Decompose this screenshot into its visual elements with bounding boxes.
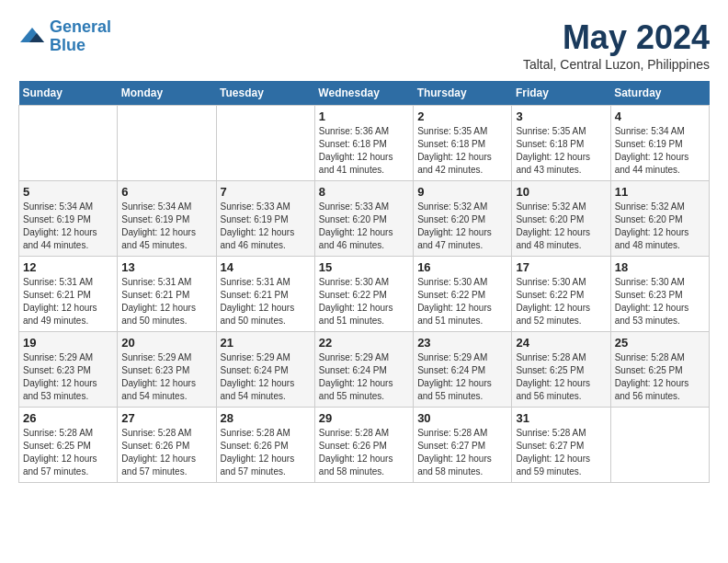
day-info: Sunrise: 5:32 AM Sunset: 6:20 PM Dayligh… (516, 201, 606, 252)
calendar-week-5: 26Sunrise: 5:28 AM Sunset: 6:25 PM Dayli… (19, 408, 710, 483)
calendar-cell: 13Sunrise: 5:31 AM Sunset: 6:21 PM Dayli… (118, 257, 216, 332)
day-number: 9 (417, 185, 507, 199)
day-number: 12 (23, 260, 113, 274)
day-number: 22 (319, 336, 409, 350)
day-info: Sunrise: 5:28 AM Sunset: 6:26 PM Dayligh… (319, 427, 409, 478)
calendar-cell: 8Sunrise: 5:33 AM Sunset: 6:20 PM Daylig… (314, 181, 413, 257)
day-number: 25 (615, 336, 705, 350)
day-number: 16 (417, 260, 507, 274)
day-info: Sunrise: 5:33 AM Sunset: 6:20 PM Dayligh… (319, 201, 409, 252)
day-info: Sunrise: 5:36 AM Sunset: 6:18 PM Dayligh… (319, 125, 409, 177)
day-number: 7 (221, 185, 311, 199)
day-number: 19 (23, 336, 113, 350)
calendar-cell: 20Sunrise: 5:29 AM Sunset: 6:23 PM Dayli… (118, 332, 216, 408)
weekday-header-monday: Monday (118, 81, 216, 106)
calendar-week-2: 5Sunrise: 5:34 AM Sunset: 6:19 PM Daylig… (19, 181, 710, 257)
calendar-cell: 6Sunrise: 5:34 AM Sunset: 6:19 PM Daylig… (118, 181, 216, 257)
day-info: Sunrise: 5:28 AM Sunset: 6:25 PM Dayligh… (23, 427, 113, 478)
day-info: Sunrise: 5:31 AM Sunset: 6:21 PM Dayligh… (221, 276, 311, 327)
day-info: Sunrise: 5:29 AM Sunset: 6:23 PM Dayligh… (23, 351, 113, 403)
calendar-header: SundayMondayTuesdayWednesdayThursdayFrid… (19, 81, 710, 106)
calendar-cell: 15Sunrise: 5:30 AM Sunset: 6:22 PM Dayli… (314, 257, 413, 332)
calendar-cell (19, 106, 118, 181)
calendar-cell: 28Sunrise: 5:28 AM Sunset: 6:26 PM Dayli… (216, 408, 314, 483)
calendar-cell: 31Sunrise: 5:28 AM Sunset: 6:27 PM Dayli… (512, 408, 610, 483)
calendar-cell: 21Sunrise: 5:29 AM Sunset: 6:24 PM Dayli… (216, 332, 314, 408)
day-number: 5 (23, 185, 113, 199)
weekday-header-wednesday: Wednesday (314, 81, 413, 106)
day-number: 24 (516, 336, 606, 350)
logo-text: General Blue (50, 18, 111, 55)
calendar-week-1: 1Sunrise: 5:36 AM Sunset: 6:18 PM Daylig… (19, 106, 710, 181)
day-number: 26 (23, 411, 113, 425)
weekday-header-sunday: Sunday (19, 81, 118, 106)
day-number: 11 (615, 185, 705, 199)
day-number: 8 (319, 185, 409, 199)
day-info: Sunrise: 5:29 AM Sunset: 6:24 PM Dayligh… (417, 351, 507, 403)
calendar-cell: 1Sunrise: 5:36 AM Sunset: 6:18 PM Daylig… (314, 106, 413, 181)
weekday-header-saturday: Saturday (610, 81, 709, 106)
calendar-cell: 9Sunrise: 5:32 AM Sunset: 6:20 PM Daylig… (414, 181, 512, 257)
calendar-cell: 7Sunrise: 5:33 AM Sunset: 6:19 PM Daylig… (216, 181, 314, 257)
day-number: 27 (121, 411, 211, 425)
day-info: Sunrise: 5:28 AM Sunset: 6:25 PM Dayligh… (615, 351, 705, 403)
calendar-cell: 19Sunrise: 5:29 AM Sunset: 6:23 PM Dayli… (19, 332, 118, 408)
day-info: Sunrise: 5:28 AM Sunset: 6:26 PM Dayligh… (121, 427, 211, 478)
calendar-cell: 4Sunrise: 5:34 AM Sunset: 6:19 PM Daylig… (610, 106, 709, 181)
weekday-row: SundayMondayTuesdayWednesdayThursdayFrid… (19, 81, 710, 106)
day-info: Sunrise: 5:29 AM Sunset: 6:24 PM Dayligh… (221, 351, 311, 403)
calendar-cell: 29Sunrise: 5:28 AM Sunset: 6:26 PM Dayli… (314, 408, 413, 483)
calendar-week-4: 19Sunrise: 5:29 AM Sunset: 6:23 PM Dayli… (19, 332, 710, 408)
day-number: 30 (417, 411, 507, 425)
day-number: 29 (319, 411, 409, 425)
day-info: Sunrise: 5:29 AM Sunset: 6:24 PM Dayligh… (319, 351, 409, 403)
calendar-cell: 10Sunrise: 5:32 AM Sunset: 6:20 PM Dayli… (512, 181, 610, 257)
day-number: 4 (615, 109, 705, 123)
day-info: Sunrise: 5:31 AM Sunset: 6:21 PM Dayligh… (23, 276, 113, 327)
weekday-header-thursday: Thursday (414, 81, 512, 106)
calendar-cell: 11Sunrise: 5:32 AM Sunset: 6:20 PM Dayli… (610, 181, 709, 257)
day-info: Sunrise: 5:29 AM Sunset: 6:23 PM Dayligh… (121, 351, 211, 403)
calendar-cell: 23Sunrise: 5:29 AM Sunset: 6:24 PM Dayli… (414, 332, 512, 408)
day-number: 3 (516, 109, 606, 123)
day-info: Sunrise: 5:30 AM Sunset: 6:22 PM Dayligh… (319, 276, 409, 327)
day-number: 20 (121, 336, 211, 350)
day-info: Sunrise: 5:28 AM Sunset: 6:26 PM Dayligh… (221, 427, 311, 478)
logo: General Blue (18, 18, 111, 55)
day-number: 2 (417, 109, 507, 123)
day-number: 28 (221, 411, 311, 425)
day-number: 10 (516, 185, 606, 199)
calendar-cell: 27Sunrise: 5:28 AM Sunset: 6:26 PM Dayli… (118, 408, 216, 483)
day-info: Sunrise: 5:34 AM Sunset: 6:19 PM Dayligh… (23, 201, 113, 252)
day-info: Sunrise: 5:33 AM Sunset: 6:19 PM Dayligh… (221, 201, 311, 252)
day-info: Sunrise: 5:30 AM Sunset: 6:22 PM Dayligh… (417, 276, 507, 327)
calendar-body: 1Sunrise: 5:36 AM Sunset: 6:18 PM Daylig… (19, 106, 710, 483)
subtitle: Taltal, Central Luzon, Philippines (523, 57, 710, 72)
title-block: May 2024 Taltal, Central Luzon, Philippi… (523, 18, 710, 72)
day-number: 13 (121, 260, 211, 274)
day-info: Sunrise: 5:30 AM Sunset: 6:22 PM Dayligh… (516, 276, 606, 327)
day-number: 31 (516, 411, 606, 425)
main-title: May 2024 (523, 18, 710, 57)
day-info: Sunrise: 5:32 AM Sunset: 6:20 PM Dayligh… (417, 201, 507, 252)
day-info: Sunrise: 5:34 AM Sunset: 6:19 PM Dayligh… (615, 125, 705, 177)
weekday-header-friday: Friday (512, 81, 610, 106)
day-number: 21 (221, 336, 311, 350)
calendar-cell: 24Sunrise: 5:28 AM Sunset: 6:25 PM Dayli… (512, 332, 610, 408)
calendar-cell: 12Sunrise: 5:31 AM Sunset: 6:21 PM Dayli… (19, 257, 118, 332)
day-info: Sunrise: 5:31 AM Sunset: 6:21 PM Dayligh… (121, 276, 211, 327)
day-info: Sunrise: 5:32 AM Sunset: 6:20 PM Dayligh… (615, 201, 705, 252)
day-number: 18 (615, 260, 705, 274)
calendar-cell: 14Sunrise: 5:31 AM Sunset: 6:21 PM Dayli… (216, 257, 314, 332)
calendar-cell: 3Sunrise: 5:35 AM Sunset: 6:18 PM Daylig… (512, 106, 610, 181)
day-number: 14 (221, 260, 311, 274)
calendar-cell: 22Sunrise: 5:29 AM Sunset: 6:24 PM Dayli… (314, 332, 413, 408)
day-number: 17 (516, 260, 606, 274)
calendar-cell: 26Sunrise: 5:28 AM Sunset: 6:25 PM Dayli… (19, 408, 118, 483)
calendar-week-3: 12Sunrise: 5:31 AM Sunset: 6:21 PM Dayli… (19, 257, 710, 332)
logo-icon (18, 26, 46, 48)
calendar-table: SundayMondayTuesdayWednesdayThursdayFrid… (18, 81, 710, 483)
calendar-cell: 16Sunrise: 5:30 AM Sunset: 6:22 PM Dayli… (414, 257, 512, 332)
calendar-cell (118, 106, 216, 181)
calendar-cell: 5Sunrise: 5:34 AM Sunset: 6:19 PM Daylig… (19, 181, 118, 257)
